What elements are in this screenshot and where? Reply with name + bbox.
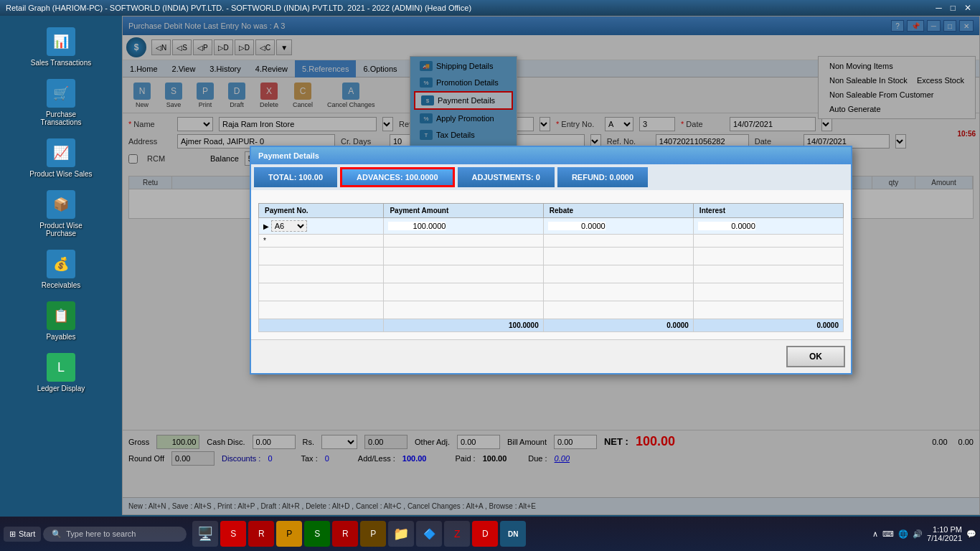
- minimize-btn[interactable]: ─: [933, 3, 945, 13]
- new-row-rebate: [543, 235, 693, 248]
- sidebar-item-product-wise-sales[interactable]: 📈 Product Wise Sales: [25, 134, 97, 182]
- title-bar-text: Retail Graph (HARIOM-PC) - SOFTWORLD (IN…: [6, 4, 471, 12]
- start-button[interactable]: ⊞ Start: [4, 527, 41, 542]
- title-bar-controls: ─ □ ✕: [933, 3, 974, 13]
- taskbar-icon-11[interactable]: D: [472, 521, 498, 547]
- ok-button[interactable]: OK: [786, 346, 845, 367]
- tab-adjustments[interactable]: ADJUSTMENTS: 0: [458, 167, 555, 187]
- sales-transactions-icon: 📊: [47, 27, 75, 56]
- sys-tray-up[interactable]: ∧: [872, 529, 878, 539]
- tab-advances[interactable]: ADVANCES: 100.0000: [340, 167, 455, 187]
- product-wise-sales-icon: 📈: [47, 138, 75, 167]
- new-row-amount: [384, 235, 543, 248]
- table-header-row: Payment No. Payment Amount Rebate Intere…: [259, 204, 844, 218]
- rebate-input[interactable]: [548, 222, 606, 230]
- taskbar-icons: 🖥️ S R P S R P 📁 🔷 Z D DN: [192, 521, 526, 547]
- taskbar-icon-6[interactable]: R: [332, 521, 358, 547]
- modal-title: Payment Details: [258, 151, 319, 160]
- modal-body: Payment No. Payment Amount Rebate Intere…: [251, 190, 851, 339]
- cell-rebate: [543, 218, 693, 235]
- payment-no-select[interactable]: A6: [271, 220, 307, 232]
- search-placeholder: Type here to search: [66, 529, 136, 538]
- total-interest: 0.0000: [693, 319, 843, 332]
- sidebar-item-product-wise-purchase[interactable]: 📦 Product Wise Purchase: [25, 186, 97, 242]
- taskbar-icon-2[interactable]: S: [220, 521, 246, 547]
- modal-tabs: TOTAL: 100.00 ADVANCES: 100.0000 ADJUSTM…: [251, 164, 851, 190]
- volume-icon: 🔊: [913, 529, 923, 539]
- cell-arrow: ▶ A6: [259, 218, 384, 235]
- taskbar-icon-softworld[interactable]: DN: [500, 521, 526, 547]
- desktop: 📊 Sales Transactions 🛒 Purchase Transact…: [0, 16, 122, 551]
- sidebar-item-ledger-display[interactable]: L Ledger Display: [25, 349, 97, 397]
- product-wise-purchase-icon: 📦: [47, 190, 75, 219]
- rebate-header: Rebate: [543, 204, 693, 218]
- sys-tray: ∧ ⌨ 🌐 🔊 1:10 PM 7/14/2021 💬: [872, 525, 976, 542]
- search-box[interactable]: 🔍 Type here to search: [43, 527, 187, 542]
- sidebar-item-sales-transactions[interactable]: 📊 Sales Transactions: [25, 23, 97, 71]
- empty-row-4: [259, 301, 844, 319]
- taskbar-icon-1[interactable]: 🖥️: [192, 521, 218, 547]
- start-label: Start: [19, 529, 35, 538]
- payment-no-header: Payment No.: [259, 204, 384, 218]
- time-value: 1:10 PM: [927, 525, 962, 534]
- date-value: 7/14/2021: [927, 534, 962, 542]
- sidebar-item-payables[interactable]: 📋 Payables: [25, 297, 97, 345]
- time-display: 1:10 PM 7/14/2021: [927, 525, 962, 542]
- taskbar-icon-3[interactable]: R: [248, 521, 274, 547]
- modal-footer: OK: [251, 339, 851, 373]
- total-row: 100.0000 0.0000 0.0000: [259, 319, 844, 332]
- empty-row-3: [259, 283, 844, 301]
- ledger-display-icon: L: [47, 353, 75, 382]
- main-window: Purchase Debit Note Last Entry No was : …: [122, 16, 980, 515]
- table-row: ▶ A6: [259, 218, 844, 235]
- sidebar-item-purchase-transactions[interactable]: 🛒 Purchase Transactions: [25, 75, 97, 131]
- table-body: ▶ A6: [259, 218, 844, 332]
- new-row-interest: [693, 235, 843, 248]
- payment-amount-input[interactable]: [388, 222, 446, 230]
- total-payment-amount: 100.0000: [384, 319, 543, 332]
- win-taskbar: ⊞ Start 🔍 Type here to search 🖥️ S R P S…: [0, 517, 980, 551]
- cell-interest: [693, 218, 843, 235]
- search-icon: 🔍: [52, 529, 62, 539]
- network-icon: 🌐: [898, 529, 908, 539]
- title-bar: Retail Graph (HARIOM-PC) - SOFTWORLD (IN…: [0, 0, 980, 16]
- tab-total[interactable]: TOTAL: 100.00: [254, 167, 337, 187]
- interest-header: Interest: [693, 204, 843, 218]
- empty-row-2: [259, 265, 844, 283]
- payment-amount-header: Payment Amount: [384, 204, 543, 218]
- new-row-marker: *: [259, 235, 384, 248]
- taskbar-icon-7[interactable]: P: [360, 521, 386, 547]
- sidebar-item-receivables[interactable]: 💰 Receivables: [25, 245, 97, 293]
- modal-titlebar: Payment Details: [251, 147, 851, 164]
- payment-table: Payment No. Payment Amount Rebate Intere…: [258, 203, 844, 332]
- empty-row-1: [259, 248, 844, 265]
- cell-payment-amount: [384, 218, 543, 235]
- payables-icon: 📋: [47, 301, 75, 330]
- windows-icon: ⊞: [9, 529, 16, 539]
- receivables-icon: 💰: [47, 250, 75, 278]
- payment-details-modal: Payment Details TOTAL: 100.00 ADVANCES: …: [250, 146, 852, 375]
- total-label-cell: [259, 319, 384, 332]
- taskbar-icon-5[interactable]: S: [304, 521, 330, 547]
- taskbar-icon-8[interactable]: 📁: [388, 521, 414, 547]
- close-btn[interactable]: ✕: [961, 3, 974, 13]
- taskbar-icon-10[interactable]: Z: [444, 521, 470, 547]
- modal-overlay: Payment Details TOTAL: 100.00 ADVANCES: …: [123, 17, 979, 514]
- purchase-transactions-icon: 🛒: [47, 79, 75, 108]
- keyboard-icon: ⌨: [882, 529, 894, 539]
- maximize-btn[interactable]: □: [948, 3, 958, 13]
- total-rebate: 0.0000: [543, 319, 693, 332]
- notifications-icon[interactable]: 💬: [966, 529, 976, 539]
- interest-input[interactable]: [698, 222, 755, 230]
- tab-refund[interactable]: REFUND: 0.0000: [557, 167, 648, 187]
- taskbar-icon-9[interactable]: 🔷: [416, 521, 442, 547]
- new-row: *: [259, 235, 844, 248]
- taskbar-icon-4[interactable]: P: [276, 521, 302, 547]
